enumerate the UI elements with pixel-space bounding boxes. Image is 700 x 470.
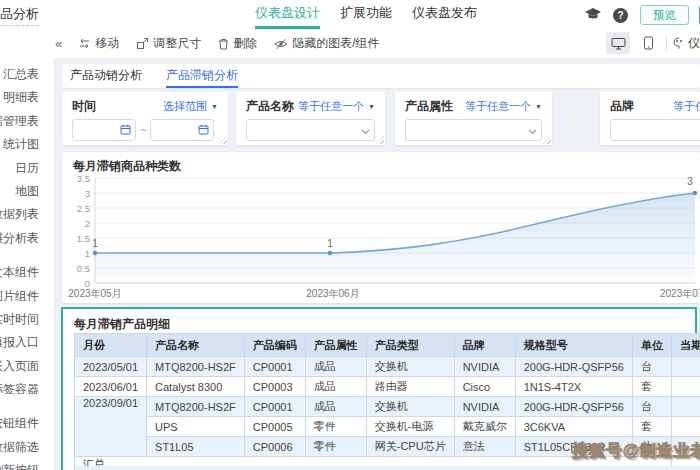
table-cell: CP0006: [244, 437, 305, 457]
sidebar-item[interactable]: 数据管理表: [0, 110, 54, 133]
filter-operator-dropdown[interactable]: 等于任意一个 ▼: [298, 99, 375, 114]
sidebar-item[interactable]: 明细表: [0, 86, 54, 109]
area-chart: 3.5 3 2.5 2 1.5 1 0.5 0 1 1 3 2023年05月 2…: [62, 152, 700, 303]
table-cell: Cisco: [454, 377, 515, 397]
sidebar-item[interactable]: 多维分析表: [0, 227, 54, 250]
filter-operator-dropdown[interactable]: 等于任意一个 ▼: [673, 99, 700, 114]
device-preview-group: 仪表盘: [606, 32, 700, 54]
dashboard-style-button[interactable]: 仪表盘: [673, 35, 700, 52]
table-cell: NVIDIA: [454, 397, 515, 417]
svg-text:1: 1: [85, 248, 90, 259]
table-cell: 交换机: [366, 357, 454, 377]
delete-button[interactable]: 删除: [218, 35, 257, 52]
sidebar-item[interactable]: 填报入口: [0, 331, 54, 354]
sidebar-item[interactable]: 地图: [0, 180, 54, 203]
table-header-cell: 单位: [632, 334, 671, 357]
chart-card-unsalable-types[interactable]: 每月滞销商品种类数: [62, 152, 700, 303]
table-cell: MTQ8200-HS2F: [147, 397, 245, 417]
svg-text:1.5: 1.5: [77, 233, 90, 244]
resize-handle[interactable]: [543, 136, 551, 144]
help-icon[interactable]: ?: [612, 7, 630, 23]
sidebar-item[interactable]: 图片组件: [0, 285, 54, 308]
table-cell: 交换机-电源: [366, 417, 454, 437]
table-cell: 1N1S-4T2X: [515, 377, 632, 397]
tab-extension-features[interactable]: 扩展功能: [340, 0, 392, 26]
table-title: 每月滞销产品明细: [74, 316, 170, 333]
resize-button[interactable]: 调整尺寸: [136, 35, 201, 52]
tab-dashboard-design[interactable]: 仪表盘设计: [255, 0, 320, 29]
move-button[interactable]: 移动: [78, 35, 119, 52]
filter-card-product-name: 产品名称 等于任意一个 ▼: [236, 92, 385, 145]
filter-card-product-attribute: 产品属性 等于任意一个 ▼: [395, 92, 552, 145]
trash-icon: [218, 38, 229, 50]
app-root: 产品分析 仪表盘设计 扩展功能 仪表盘发布 ? 预览 « 移动 调整尺寸: [0, 0, 700, 470]
resize-handle[interactable]: [376, 136, 384, 144]
eye-off-icon: [274, 38, 288, 50]
mobile-view-button[interactable]: [636, 32, 660, 54]
watermark-text: 搜狐号@制造业老: [572, 441, 700, 462]
product-name-select[interactable]: [246, 119, 375, 141]
filter-card-brand: 品牌 等于任意一个 ▼: [600, 92, 700, 145]
table-cell: CP0005: [244, 417, 305, 437]
sidebar-item[interactable]: 日历: [0, 157, 54, 180]
table-header-cell: 规格型号: [515, 334, 632, 357]
filter-operator-dropdown[interactable]: 等于任意一个 ▼: [465, 99, 542, 114]
svg-text:2023年07月: 2023年07月: [660, 288, 700, 299]
table-cell: 成品: [305, 377, 366, 397]
dropdown-arrow-icon: ▼: [535, 103, 542, 110]
svg-text:1: 1: [92, 238, 98, 249]
desktop-view-button[interactable]: [606, 32, 630, 54]
sidebar-item[interactable]: 实时时间: [0, 308, 54, 331]
page-title[interactable]: 产品分析: [0, 5, 39, 26]
table-cell: 成品: [305, 397, 366, 417]
tab-dashboard-publish[interactable]: 仪表盘发布: [412, 0, 477, 26]
product-attribute-select[interactable]: [405, 119, 542, 141]
preview-button[interactable]: 预览: [640, 5, 689, 25]
tab-product-unsalable-analysis[interactable]: 产品滞销分析: [166, 64, 238, 88]
collapse-panel-icon[interactable]: «: [55, 36, 61, 51]
table-cell: 200G-HDR-QSFP56: [515, 397, 632, 417]
sidebar-item[interactable]: 统计图: [0, 133, 54, 156]
sidebar-item[interactable]: 刷新按钮: [0, 459, 54, 470]
table-cell: 网关-CPU芯片: [366, 437, 454, 457]
table-header-cell: 品牌: [454, 334, 515, 357]
tab-product-moving-analysis[interactable]: 产品动销分析: [70, 64, 142, 86]
table-cell: UPS: [147, 417, 245, 437]
sidebar-item[interactable]: 汇总表: [0, 63, 54, 86]
hidden-charts-button[interactable]: 隐藏的图表/组件: [274, 35, 379, 52]
move-icon: [78, 38, 91, 49]
sidebar-item[interactable]: 按钮组件: [0, 412, 54, 435]
table-cell: 2023/06/01: [75, 377, 147, 397]
brand-select[interactable]: [610, 119, 700, 141]
sidebar-group-gap: [0, 401, 54, 412]
sidebar-item[interactable]: 数据列表: [0, 203, 54, 226]
table-cell: 套: [632, 417, 671, 437]
date-start-input[interactable]: [72, 119, 136, 141]
table-row: 2023/09/01MTQ8200-HS2FCP0001成品交换机NVIDIA2…: [75, 397, 700, 417]
sidebar-item[interactable]: 标签容器: [0, 378, 54, 401]
resize-handle[interactable]: [219, 136, 227, 144]
calendar-icon: [120, 121, 131, 139]
table-cell: 成品: [305, 357, 366, 377]
table-cell: 2023/09/01: [75, 397, 147, 457]
table-cell: 214: [671, 417, 700, 437]
sidebar-item[interactable]: 嵌入页面: [0, 355, 54, 378]
filter-operator-dropdown[interactable]: 选择范围 ▼: [163, 99, 218, 114]
date-end-input[interactable]: [150, 119, 214, 141]
table-row: 2023/05/01MTQ8200-HS2FCP0001成品交换机NVIDIA2…: [75, 357, 700, 377]
table-row: 2023/06/01Catalyst 8300CP0003成品路由器Cisco1…: [75, 377, 700, 397]
designer-toolbar: « 移动 调整尺寸 删除 隐藏的图表/组件 仪表盘: [0, 29, 700, 59]
table-cell: 173: [671, 377, 700, 397]
svg-text:2023年06月: 2023年06月: [306, 288, 359, 299]
table-cell: 200G-HDR-QSFP56: [515, 357, 632, 377]
chevron-down-icon: [528, 121, 537, 139]
sidebar-item[interactable]: 文本组件: [0, 261, 54, 284]
graduation-cap-icon[interactable]: [584, 7, 602, 23]
chevron-down-icon: [361, 121, 370, 139]
top-header: 产品分析 仪表盘设计 扩展功能 仪表盘发布 ? 预览: [0, 0, 700, 30]
table-row: UPSCP0005零件交换机-电源戴克威尔3C6KVA套2140: [75, 417, 700, 437]
sidebar-item[interactable]: 数据筛选: [0, 436, 54, 459]
svg-text:2023年05月: 2023年05月: [68, 288, 121, 299]
table-cell: CP0001: [244, 397, 305, 417]
filter-label: 品牌: [610, 98, 634, 115]
